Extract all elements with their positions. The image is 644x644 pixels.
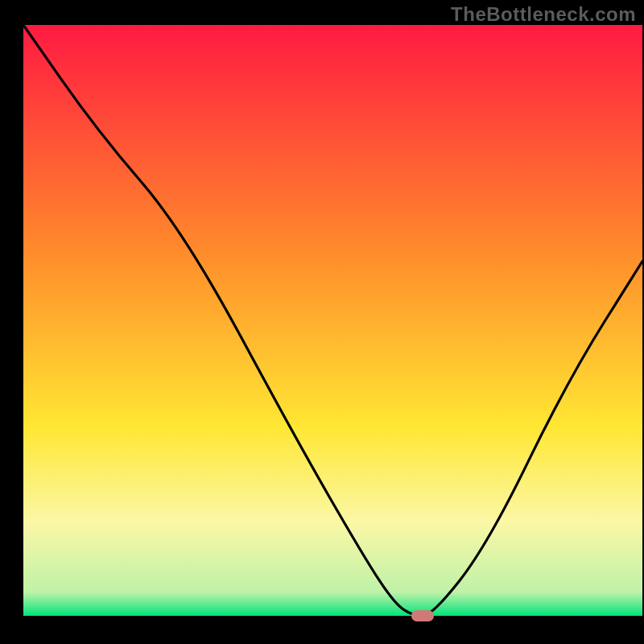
watermark-text: TheBottleneck.com [451,3,636,26]
plot-area [23,25,642,616]
bottleneck-curve [23,25,642,616]
chart-frame: TheBottleneck.com [0,0,644,644]
optimal-marker [411,610,434,621]
